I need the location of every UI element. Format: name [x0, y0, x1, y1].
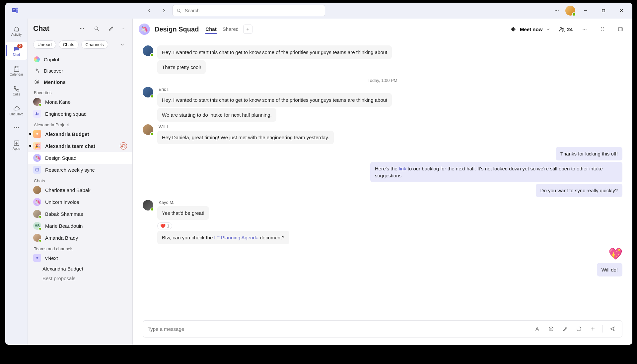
copilot-pane-button[interactable]	[597, 23, 608, 35]
dropdown-button[interactable]	[120, 23, 127, 34]
send-button[interactable]	[607, 323, 618, 334]
message-bubble[interactable]: Yes that'd be great!	[157, 206, 209, 220]
tab-shared[interactable]: Shared	[223, 25, 239, 34]
nav-mentions[interactable]: Mentions	[28, 76, 132, 88]
reaction-chip[interactable]: ❤️ 1	[157, 222, 172, 229]
sidebar-item-babak[interactable]: Babak Shammas	[28, 208, 132, 220]
sidebar-item-amanda[interactable]: Amanda Brady	[28, 232, 132, 244]
nav-label: Copilot	[44, 57, 59, 62]
window-maximize-button[interactable]	[596, 5, 611, 17]
close-icon	[619, 9, 623, 13]
new-chat-button[interactable]	[105, 23, 117, 34]
rail-chat[interactable]: 2 Chat	[6, 42, 27, 60]
team-icon: ✦	[33, 254, 41, 262]
channel-icon: 🦄	[33, 154, 41, 162]
sidebar-item-label: Marie Beaudouin	[45, 223, 127, 229]
composer-input[interactable]	[147, 324, 529, 334]
sidebar-item-budget2[interactable]: Alexandria Budget	[28, 264, 132, 273]
svg-point-26	[586, 29, 586, 30]
sidebar-item-vnext[interactable]: ✦ vNext	[28, 252, 132, 264]
rail-calendar[interactable]: Calendar	[6, 62, 27, 80]
svg-point-9	[14, 127, 15, 128]
filter-channels[interactable]: Channels	[81, 40, 108, 49]
sidebar-item-mona[interactable]: Mona Kane	[28, 96, 132, 108]
loop-button[interactable]	[573, 323, 585, 334]
sidebar-item-alexandria-team-chat[interactable]: 🎉 Alexandria team chat @	[28, 140, 132, 152]
sidebar-item-best[interactable]: Best proposals	[28, 273, 132, 283]
global-search[interactable]	[173, 5, 325, 16]
me-avatar[interactable]	[565, 6, 575, 16]
sidebar-item-label: Mona Kane	[45, 99, 127, 105]
mention-badge: @	[120, 142, 127, 150]
emoji-button[interactable]	[545, 323, 557, 334]
section-favorites: Favorites	[28, 88, 132, 96]
message-bubble[interactable]: We are starting to do intake for next ha…	[157, 108, 276, 122]
sidebar-item-engineering[interactable]: Engineering squad	[28, 108, 132, 120]
inline-link[interactable]: link	[399, 166, 406, 171]
sidebar-search-button[interactable]	[91, 23, 103, 34]
big-reaction-heart-icon: 💖	[608, 247, 622, 260]
message-bubble[interactable]: Thanks for kicking this off!	[556, 147, 622, 160]
teams-logo-icon: T	[9, 7, 22, 15]
sidebar-item-alexandria-budget[interactable]: ✦ Alexandria Budget	[28, 128, 132, 140]
giphy-button[interactable]	[559, 323, 571, 334]
more-actions-button[interactable]	[587, 323, 599, 334]
meet-now-button[interactable]: Meet now	[508, 26, 552, 33]
message-bubble[interactable]: Btw, can you check the LT Planning Agend…	[157, 231, 289, 244]
message-bubble[interactable]: Hey, I wanted to start this chat to get …	[157, 93, 392, 107]
app-window: T	[5, 3, 632, 345]
composer[interactable]	[143, 320, 622, 337]
sidebar-scroll[interactable]: Copilot Discover Mentions Favorites Mona…	[28, 54, 132, 345]
rail-onedrive[interactable]: OneDrive	[6, 101, 27, 119]
emoji-icon	[548, 326, 554, 332]
sidebar-item-charlotte[interactable]: Charlotte and Babak	[28, 184, 132, 196]
sidebar-item-marie[interactable]: MB Marie Beaudouin	[28, 220, 132, 232]
inline-link[interactable]: LT Planning Agenda	[214, 235, 259, 240]
presence-available-icon	[572, 12, 576, 16]
heart-icon: ❤️	[160, 223, 166, 228]
tab-chat[interactable]: Chat	[205, 25, 216, 34]
open-pane-button[interactable]	[614, 23, 626, 35]
section-alexandria: Alexandria Project	[28, 120, 132, 128]
message-bubble[interactable]: Will do!	[597, 263, 622, 276]
sidebar-item-unicorn[interactable]: 🦄 Unicorn invoice	[28, 196, 132, 208]
meet-now-label: Meet now	[520, 27, 542, 32]
rail-apps[interactable]: Apps	[6, 136, 27, 154]
message-bubble[interactable]: Do you want to sync really quickly?	[536, 184, 622, 197]
add-tab-button[interactable]	[243, 25, 252, 34]
rail-more[interactable]	[6, 121, 27, 134]
sidebar-item-research-sync[interactable]: Research weekly sync	[28, 164, 132, 176]
nav-copilot[interactable]: Copilot	[28, 54, 132, 65]
sidebar-more-button[interactable]	[76, 23, 88, 34]
filter-expand-button[interactable]	[116, 38, 128, 50]
conversation-more-button[interactable]	[579, 23, 591, 35]
chevron-down-icon	[122, 26, 125, 31]
plus-icon	[246, 26, 250, 32]
format-button[interactable]	[531, 323, 543, 334]
participants-button[interactable]: 24	[558, 26, 573, 32]
message-list[interactable]: Hey, I wanted to start this chat to get …	[133, 40, 632, 320]
message-bubble[interactable]: Here's the link to our backlog for the n…	[370, 162, 622, 182]
sidebar-item-label: vNext	[45, 255, 127, 261]
nav-discover[interactable]: Discover	[28, 65, 132, 76]
nav-forward-button[interactable]	[158, 5, 170, 17]
filter-unread[interactable]: Unread	[33, 40, 56, 49]
composer-area	[133, 320, 632, 345]
message-bubble[interactable]: Hey, I wanted to start this chat to get …	[157, 45, 392, 59]
rail-activity[interactable]: Activity	[6, 22, 27, 40]
people-icon	[558, 26, 565, 32]
search-input[interactable]	[184, 8, 321, 14]
message-bubble[interactable]: Hey Daniela, great timing! We just met w…	[157, 131, 334, 144]
chevron-down-icon	[546, 27, 550, 31]
message-bubble[interactable]: That's pretty cool!	[157, 60, 206, 74]
sidebar-item-design-squad[interactable]: 🦄 Design Squad	[28, 152, 132, 164]
window-close-button[interactable]	[614, 5, 629, 17]
more-settings-button[interactable]	[551, 5, 563, 17]
nav-back-button[interactable]	[143, 5, 155, 17]
window-minimize-button[interactable]	[578, 5, 593, 17]
rail-calls[interactable]: Calls	[6, 82, 27, 99]
avatar-icon	[33, 98, 41, 106]
sender-name: Kayo M.	[157, 200, 175, 205]
filter-chats[interactable]: Chats	[59, 40, 79, 49]
sender-name: Eric I.	[157, 87, 170, 92]
